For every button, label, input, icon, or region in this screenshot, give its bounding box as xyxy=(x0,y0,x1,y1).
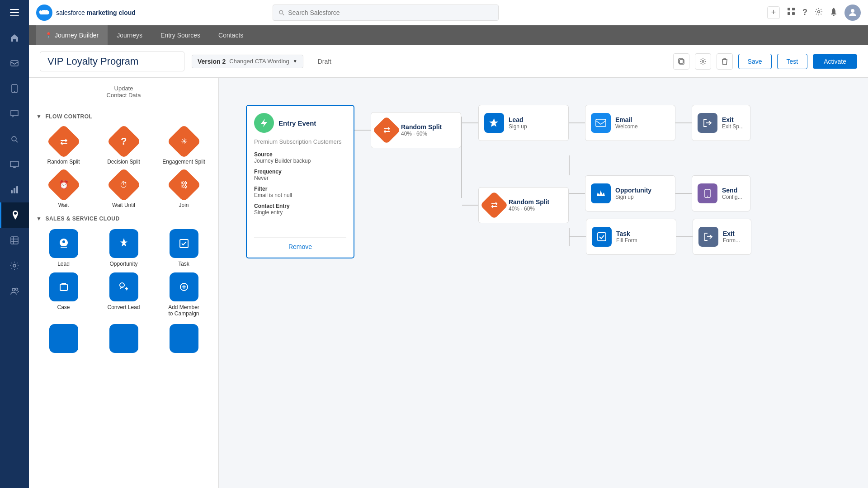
search-input[interactable] xyxy=(288,9,493,16)
version-badge[interactable]: Version 2 Changed CTA Wording ▼ xyxy=(192,55,303,68)
flow-control-arrow: ▼ xyxy=(36,113,42,120)
decision-split-diamond: ? xyxy=(106,124,141,159)
nav-home[interactable] xyxy=(0,25,29,51)
remove-button[interactable]: Remove xyxy=(254,237,346,250)
delete-button[interactable] xyxy=(717,53,733,70)
exit-form-node[interactable]: Exit Form... xyxy=(693,219,751,255)
svg-rect-7 xyxy=(10,161,19,167)
rs2-info: Random Split 40% · 60% xyxy=(509,198,549,212)
search-bar xyxy=(273,5,499,21)
extra-2-icon xyxy=(109,324,138,353)
add-member-icon-container xyxy=(170,272,198,301)
random-split-1-node-wrapper: ⇄ Random Split 40% · 60% xyxy=(371,112,461,148)
sidebar-decision-split[interactable]: ? Decision Split xyxy=(96,127,151,165)
flow-control-header[interactable]: ▼ FLOW CONTROL xyxy=(36,113,211,120)
nav-table[interactable] xyxy=(0,228,29,253)
random-split-1-node[interactable]: ⇄ Random Split 40% · 60% xyxy=(371,112,461,148)
sidebar-random-split[interactable]: ⇄ Random Split xyxy=(36,127,91,165)
sub-navigation: 📍 Journey Builder Journeys Entry Sources… xyxy=(29,25,868,45)
lead-signup-info: Lead Sign up xyxy=(509,116,527,130)
sidebar-case[interactable]: Case xyxy=(36,272,91,317)
email-welcome-node[interactable]: Email Welcome xyxy=(585,105,675,141)
send-config-subtitle: Config... xyxy=(722,194,742,200)
nav-chat[interactable] xyxy=(0,101,29,127)
add-button[interactable]: + xyxy=(767,6,780,19)
phone-icon xyxy=(703,188,712,198)
journey-title-input[interactable] xyxy=(40,52,184,71)
version-dropdown-icon[interactable]: ▼ xyxy=(293,59,297,64)
exit-node-1[interactable]: Exit Exit Sp... xyxy=(692,105,750,141)
sidebar-extra-1[interactable] xyxy=(36,324,91,353)
nav-settings-group[interactable] xyxy=(0,253,29,278)
upper-h-line-2 xyxy=(569,122,585,123)
rs2-h3 xyxy=(570,236,586,237)
svg-rect-19 xyxy=(792,12,795,15)
checkbox-icon xyxy=(596,231,607,242)
nav-location[interactable] xyxy=(0,202,29,228)
sidebar-lead[interactable]: Lead xyxy=(36,229,91,267)
wait-until-diamond: ⏱ xyxy=(106,168,141,202)
nav-chart[interactable] xyxy=(0,177,29,202)
svg-rect-30 xyxy=(596,119,606,127)
activate-button[interactable]: Activate xyxy=(813,54,857,69)
send-config-node[interactable]: Send Config... xyxy=(692,175,750,211)
upper-branch: Lead Sign up Emai xyxy=(462,105,751,141)
upper-h-line-3 xyxy=(675,122,692,123)
user-avatar[interactable] xyxy=(844,5,861,21)
journey-canvas[interactable]: Entry Event Premium Subscription Custome… xyxy=(219,78,868,488)
sidebar-add-member[interactable]: Add Memberto Campaign xyxy=(156,272,211,317)
svg-point-21 xyxy=(833,15,835,16)
lightning-icon xyxy=(259,118,269,128)
top-bar: salesforce marketing cloud + ? xyxy=(29,0,868,25)
properties-button[interactable] xyxy=(695,53,711,70)
hamburger-menu[interactable] xyxy=(0,0,29,25)
help-button[interactable]: ? xyxy=(802,8,807,17)
lead-label: Lead xyxy=(57,261,70,267)
email-welcome-info: Email Welcome xyxy=(615,116,638,130)
svg-point-32 xyxy=(707,196,708,197)
nav-search[interactable] xyxy=(0,127,29,152)
nav-mobile[interactable] xyxy=(0,76,29,101)
flow-control-label: FLOW CONTROL xyxy=(45,113,92,120)
lead-signup-node[interactable]: Lead Sign up xyxy=(478,105,569,141)
subnav-journey-builder[interactable]: 📍 Journey Builder xyxy=(36,25,108,45)
journey-header: Version 2 Changed CTA Wording ▼ Draft Sa… xyxy=(29,45,868,78)
copy-button[interactable] xyxy=(673,53,689,70)
task-fillform-node[interactable]: Task Fill Form xyxy=(586,219,676,255)
sidebar-join[interactable]: ⛓ Join xyxy=(156,170,211,208)
nav-monitor[interactable] xyxy=(0,152,29,177)
svg-rect-3 xyxy=(11,61,18,66)
test-button[interactable]: Test xyxy=(777,54,808,69)
subnav-journeys[interactable]: Journeys xyxy=(108,25,151,45)
filter-value: Email is not null xyxy=(254,192,346,198)
save-button[interactable]: Save xyxy=(738,54,772,69)
sidebar-wait[interactable]: ⏰ Wait xyxy=(36,170,91,208)
subnav-contacts[interactable]: Contacts xyxy=(209,25,252,45)
task-label: Task xyxy=(178,261,189,267)
rs2-h2 xyxy=(675,193,692,194)
random-split-2-node[interactable]: ⇄ Random Split 40% · 60% xyxy=(478,187,569,223)
entry-event-node[interactable]: Entry Event Premium Subscription Custome… xyxy=(246,105,354,258)
sidebar-convert-lead[interactable]: Convert Lead xyxy=(96,272,151,317)
sidebar-opportunity[interactable]: Opportunity xyxy=(96,229,151,267)
grid-button[interactable] xyxy=(787,7,795,18)
sidebar-task[interactable]: Task xyxy=(156,229,211,267)
bell-button[interactable] xyxy=(830,8,837,18)
update-contact-data[interactable]: UpdateContact Data xyxy=(36,85,211,106)
opportunity-signup-node[interactable]: Opportunity Sign up xyxy=(585,175,675,211)
sidebar-wait-until[interactable]: ⏱ Wait Until xyxy=(96,170,151,208)
nav-email[interactable] xyxy=(0,51,29,76)
source-label: Source xyxy=(254,151,346,158)
settings-button[interactable] xyxy=(815,8,823,18)
send-config-info: Send Config... xyxy=(722,187,742,200)
sidebar-engagement-split[interactable]: ✳ Engagement Split xyxy=(156,127,211,165)
nav-users[interactable] xyxy=(0,278,29,304)
sidebar-extra-2[interactable] xyxy=(96,324,151,353)
decision-split-icon: ? xyxy=(121,136,127,147)
svg-point-12 xyxy=(13,264,16,267)
subnav-entry-sources[interactable]: Entry Sources xyxy=(151,25,209,45)
sidebar-extra-3[interactable] xyxy=(156,324,211,353)
sales-service-header[interactable]: ▼ SALES & SERVICE CLOUD xyxy=(36,216,211,222)
join-diamond: ⛓ xyxy=(166,168,201,202)
lead-icon-container xyxy=(49,229,78,258)
